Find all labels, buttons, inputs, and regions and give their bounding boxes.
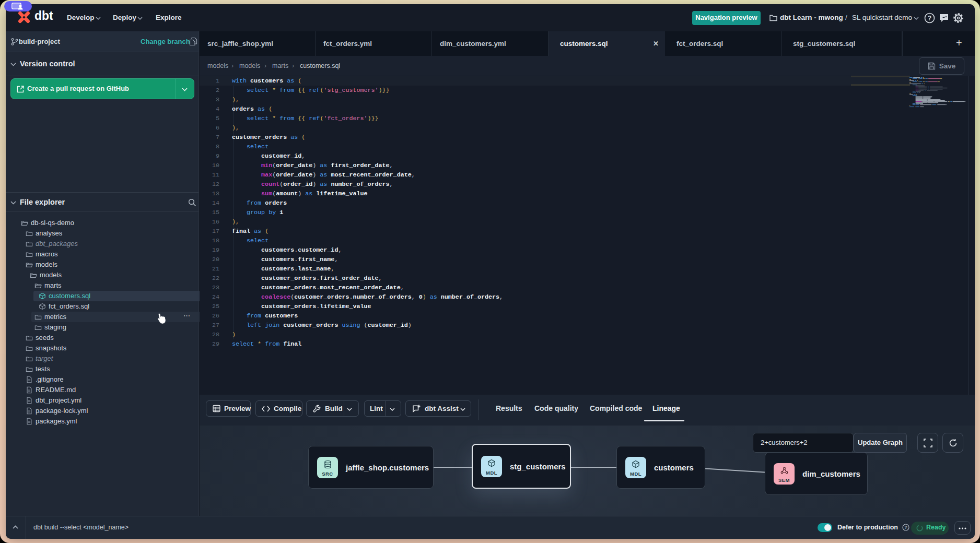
- svg-text:?: ?: [904, 525, 907, 530]
- svg-text:?: ?: [928, 15, 931, 22]
